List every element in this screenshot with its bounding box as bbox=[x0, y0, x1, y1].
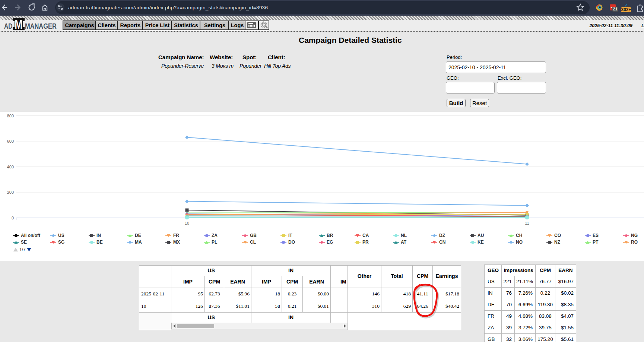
svg-text:11: 11 bbox=[525, 221, 529, 225]
svg-text:1/7: 1/7 bbox=[19, 247, 26, 252]
svg-text:0: 0 bbox=[12, 216, 14, 220]
svg-text:800: 800 bbox=[7, 114, 14, 118]
svg-text:21: 21 bbox=[613, 7, 618, 11]
svg-text:302+: 302+ bbox=[621, 7, 631, 12]
svg-text:600: 600 bbox=[7, 139, 14, 143]
svg-text:400: 400 bbox=[7, 165, 14, 169]
svg-text:200: 200 bbox=[7, 190, 14, 194]
svg-text:10: 10 bbox=[185, 221, 189, 225]
